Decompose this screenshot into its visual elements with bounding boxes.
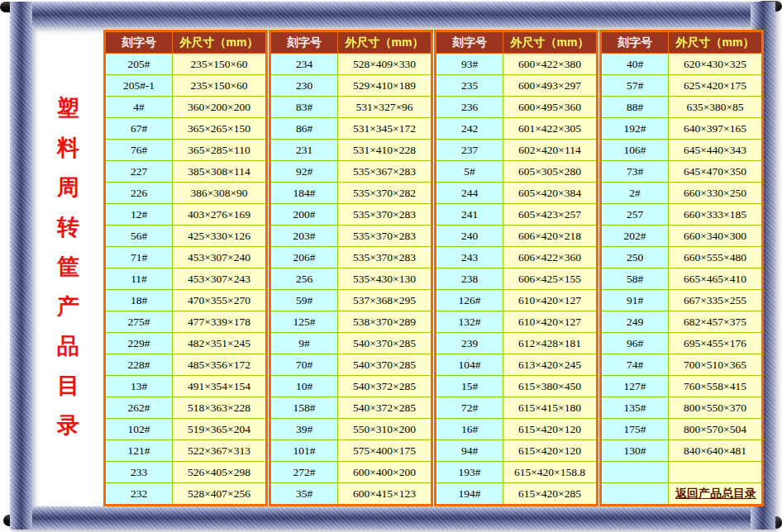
table-row: 72#615×415×180 bbox=[436, 397, 598, 419]
size-cell: 605×420×384 bbox=[503, 183, 598, 204]
table-row: 194#615×420×285 bbox=[436, 483, 598, 506]
frame-bar-top bbox=[10, 2, 772, 27]
table-row: 58#665×465×410 bbox=[601, 268, 763, 290]
size-cell: 665×465×410 bbox=[669, 268, 763, 290]
code-cell: 5# bbox=[436, 161, 503, 183]
code-cell: 88# bbox=[601, 97, 669, 118]
page-title-char: 塑 bbox=[57, 97, 79, 120]
table-row: 16#615×420×120 bbox=[436, 419, 598, 440]
table-row: 226386×308×90 bbox=[105, 183, 267, 204]
table-row: 74#700×510×365 bbox=[601, 354, 763, 376]
code-cell: 86# bbox=[270, 118, 338, 140]
table-row: 229#482×351×245 bbox=[105, 333, 267, 354]
table-row: 57#625×420×175 bbox=[601, 75, 763, 97]
table-row: 242601×422×305 bbox=[436, 118, 598, 140]
size-cell: 531×410×228 bbox=[338, 140, 432, 161]
code-cell: 71# bbox=[105, 247, 173, 268]
code-cell: 102# bbox=[105, 419, 173, 440]
size-cell: 540×370×285 bbox=[338, 354, 432, 376]
table-row: 10#540×372×285 bbox=[270, 376, 432, 397]
table-row: 243606×422×360 bbox=[436, 247, 598, 268]
code-cell: 101# bbox=[270, 440, 338, 462]
column-header-size: 外尺寸（mm） bbox=[173, 31, 267, 54]
table-row: 2#660×330×250 bbox=[601, 183, 763, 204]
catalog-table-group-1: 刻字号外尺寸（mm）205#235×150×60205#-1235×150×60… bbox=[103, 30, 268, 506]
table-row: 返回产品总目录 bbox=[601, 483, 763, 506]
table-row: 238606×425×155 bbox=[436, 268, 598, 290]
frame-rod-cap-bottom-right bbox=[761, 516, 782, 529]
code-cell: 59# bbox=[270, 290, 338, 311]
code-cell: 244 bbox=[436, 183, 503, 204]
code-cell: 10# bbox=[270, 376, 338, 397]
code-cell: 104# bbox=[436, 354, 503, 376]
table-row: 158#540×372×285 bbox=[270, 397, 432, 419]
code-cell: 18# bbox=[105, 290, 173, 311]
size-cell: 518×363×228 bbox=[173, 397, 267, 419]
code-cell: 233 bbox=[105, 462, 173, 483]
code-cell: 67# bbox=[105, 118, 173, 140]
table-row: 241605×423×257 bbox=[436, 204, 598, 226]
size-cell: 540×372×285 bbox=[338, 397, 432, 419]
size-cell: 540×370×285 bbox=[338, 333, 432, 354]
size-cell: 615×420×158.8 bbox=[503, 462, 598, 483]
code-cell: 158# bbox=[270, 397, 338, 419]
size-cell: 531×327×96 bbox=[338, 97, 432, 118]
code-cell: 11# bbox=[105, 268, 173, 290]
code-cell: 125# bbox=[270, 311, 338, 333]
code-cell: 235 bbox=[436, 75, 503, 97]
table-row bbox=[601, 462, 763, 483]
code-cell: 83# bbox=[270, 97, 338, 118]
table-row: 257660×333×185 bbox=[601, 204, 763, 226]
table-row: 232528×407×256 bbox=[105, 483, 267, 506]
table-row: 203#535×370×283 bbox=[270, 226, 432, 247]
size-cell: 385×308×114 bbox=[173, 161, 267, 183]
table-row: 83#531×327×96 bbox=[270, 97, 432, 118]
code-cell: 202# bbox=[601, 226, 669, 247]
size-cell: 610×420×127 bbox=[503, 311, 598, 333]
code-cell: 229# bbox=[105, 333, 173, 354]
code-cell: 70# bbox=[270, 354, 338, 376]
table-row: 104#613×420×245 bbox=[436, 354, 598, 376]
table-row: 249682×457×375 bbox=[601, 311, 763, 333]
catalog-table-group-4: 刻字号外尺寸（mm）40#620×430×32557#625×420×17588… bbox=[599, 30, 764, 506]
code-cell: 4# bbox=[105, 97, 173, 118]
table-row: 106#645×440×343 bbox=[601, 140, 763, 161]
code-cell: 231 bbox=[270, 140, 338, 161]
size-cell: 635×380×85 bbox=[669, 97, 763, 118]
catalog-tables: 刻字号外尺寸（mm）205#235×150×60205#-1235×150×60… bbox=[103, 30, 764, 506]
code-cell: 91# bbox=[601, 290, 669, 311]
table-row: 272#600×400×200 bbox=[270, 462, 432, 483]
code-cell: 175# bbox=[601, 419, 669, 440]
table-row: 193#615×420×158.8 bbox=[436, 462, 598, 483]
size-cell: 526×405×298 bbox=[173, 462, 267, 483]
size-cell: 600×493×297 bbox=[503, 75, 598, 97]
page-title-char: 筐 bbox=[57, 256, 79, 278]
table-row: 9#540×370×285 bbox=[270, 333, 432, 354]
table-row: 121#522×367×313 bbox=[105, 440, 267, 462]
code-cell: 127# bbox=[601, 376, 669, 397]
back-to-catalog-link[interactable]: 返回产品总目录 bbox=[670, 487, 761, 501]
column-header-code: 刻字号 bbox=[105, 31, 173, 54]
code-cell: 234 bbox=[270, 54, 338, 75]
page-title-char: 产 bbox=[57, 296, 79, 318]
code-cell: 184# bbox=[270, 183, 338, 204]
table-row: 86#531×345×172 bbox=[270, 118, 432, 140]
size-cell: 528×407×256 bbox=[173, 483, 267, 506]
size-cell: 485×356×172 bbox=[173, 354, 267, 376]
code-cell: 257 bbox=[601, 204, 669, 226]
frame-bar-left bbox=[10, 2, 32, 530]
code-cell: 242 bbox=[436, 118, 503, 140]
size-cell: 491×354×154 bbox=[173, 376, 267, 397]
size-cell: 605×305×280 bbox=[503, 161, 598, 183]
code-cell: 57# bbox=[601, 75, 669, 97]
code-cell bbox=[601, 462, 669, 483]
size-cell: 660×330×250 bbox=[669, 183, 763, 204]
table-row: 206#535×370×283 bbox=[270, 247, 432, 268]
table-row: 18#470×355×270 bbox=[105, 290, 267, 311]
code-cell: 241 bbox=[436, 204, 503, 226]
table-row: 94#615×420×120 bbox=[436, 440, 598, 462]
code-cell: 200# bbox=[270, 204, 338, 226]
table-row: 262#518×363×228 bbox=[105, 397, 267, 419]
size-cell: 606×420×218 bbox=[503, 226, 598, 247]
code-cell: 92# bbox=[270, 161, 338, 183]
